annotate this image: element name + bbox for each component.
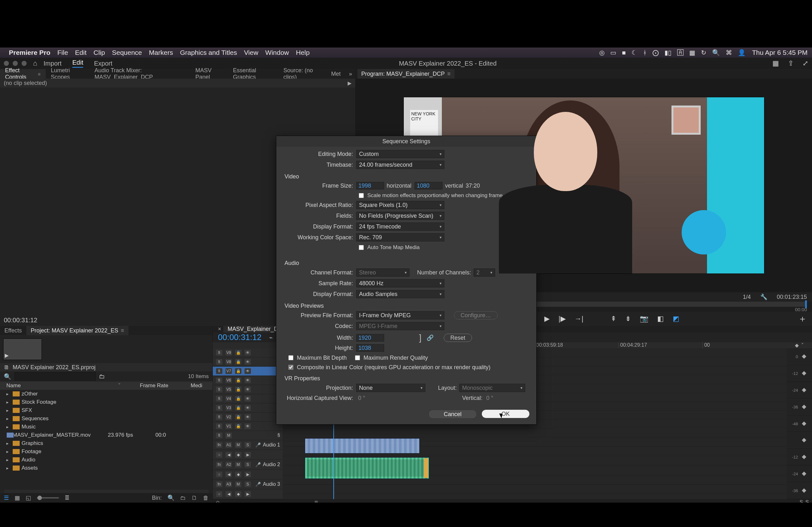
checkbox-max-bit-depth[interactable] [288, 355, 293, 360]
track-eye-btn[interactable]: 👁 [245, 359, 251, 365]
dropdown-color-space[interactable]: Rec. 709▾ [356, 233, 444, 241]
track-fn-btn[interactable]: fn [216, 442, 222, 448]
project-file-row[interactable]: 🗎 MASV Explainer 2022_ES.prproj [0, 363, 213, 372]
tab-essential-graphics[interactable]: Essential Graphics [228, 69, 278, 79]
col-media[interactable]: Medi [191, 382, 213, 389]
audio-track-subheader[interactable]: ○ ◀ ◆ ▶ [213, 450, 282, 460]
audio-track-header[interactable]: fn A2 M S 🎤 Audio 2 [213, 460, 282, 470]
timeline-track-lane[interactable] [282, 428, 787, 437]
menu-edit[interactable]: Edit [75, 49, 87, 56]
effect-controls-clip-selector[interactable]: (no clip selected) ▶ [0, 79, 355, 88]
dropdown-audio-display-format[interactable]: Audio Samples▾ [356, 290, 444, 298]
track-m-btn[interactable]: M [226, 433, 232, 438]
wrench-settings-icon[interactable]: 🔧 [760, 293, 767, 300]
screen-record-icon[interactable]: ■ [622, 49, 626, 56]
new-bin-icon[interactable]: 🗀 [180, 495, 186, 501]
bin-row[interactable]: ▸ Audio [0, 456, 213, 464]
track-s-btn[interactable]: S [245, 481, 251, 487]
twirl-icon[interactable]: ▸ [6, 416, 11, 421]
user-switch-icon[interactable]: 👤 [738, 49, 746, 56]
wifi-icon[interactable]: ⨀ [652, 49, 659, 56]
home-icon[interactable]: ⌂ [33, 59, 37, 67]
video-track-header[interactable]: fi V3 🔒 👁 [213, 403, 282, 412]
track-fn-btn[interactable]: fn [216, 481, 222, 487]
keyframe-diamond-icon[interactable] [802, 388, 806, 392]
project-search-input[interactable] [15, 372, 96, 381]
timeline-clip[interactable] [305, 438, 420, 453]
project-thumbnail[interactable]: ▶ [3, 338, 42, 360]
track-diamond-btn[interactable]: ◆ [235, 471, 241, 477]
audio-track-subheader[interactable]: ○ ◀ ◆ ▶ [213, 470, 282, 480]
track-lock-btn[interactable]: 🔒 [235, 423, 241, 429]
clock-history-icon[interactable]: ↻ [701, 49, 706, 56]
track-fn-btn[interactable]: fn [216, 462, 222, 467]
track-right-btn[interactable]: ▶ [245, 491, 251, 497]
track-s-btn[interactable]: S [245, 462, 251, 467]
mic-icon[interactable]: 🎤 [255, 442, 261, 448]
tab-overflow-icon[interactable]: » [346, 71, 355, 77]
new-item-icon[interactable]: 🗋 [192, 495, 197, 501]
track-toggle-btn[interactable]: fi [216, 423, 222, 429]
twirl-icon[interactable]: ▸ [6, 391, 11, 396]
timeline-playhead-timecode[interactable]: 00:00:31:12 [218, 332, 261, 342]
track-left-btn[interactable]: ◀ [226, 491, 232, 497]
track-eye-btn[interactable]: 👁 [245, 387, 251, 392]
window-controls[interactable] [4, 61, 27, 66]
app-name[interactable]: Premiere Pro [9, 49, 50, 56]
cancel-button[interactable]: Cancel [429, 410, 477, 419]
twirl-icon[interactable]: ▸ [6, 449, 11, 454]
ruler-chevron-icon[interactable]: ˅ [801, 342, 804, 348]
dropdown-sample-rate[interactable]: 48000 Hz▾ [356, 279, 444, 287]
menu-graphics-titles[interactable]: Graphics and Titles [180, 49, 237, 56]
track-index-btn[interactable]: A1 [226, 442, 232, 448]
dropdown-par[interactable]: Square Pixels (1.0)▾ [356, 201, 444, 209]
sort-chevron-icon[interactable]: ˅ [118, 382, 121, 389]
mic-icon[interactable]: 🎤 [255, 462, 261, 467]
track-toggle-btn[interactable]: fi [216, 405, 222, 411]
bin-row[interactable]: ▸ zOther [0, 390, 213, 398]
track-left-btn[interactable]: ◀ [226, 471, 232, 477]
close-tab-icon[interactable]: ≡ [38, 71, 41, 77]
track-o-btn[interactable]: ○ [216, 452, 222, 457]
audio-track-header[interactable]: fn A3 M S 🎤 Audio 3 [213, 480, 282, 489]
track-toggle-btn[interactable]: fi [216, 359, 222, 365]
workspace-icon[interactable]: ▦ [772, 59, 779, 67]
keyframe-diamond-icon[interactable] [802, 421, 806, 426]
menubar-clock[interactable]: Thu Apr 6 5:45 PM [752, 49, 808, 56]
track-toggle-btn[interactable]: fi [216, 350, 222, 356]
tab-met-truncated[interactable]: Met [326, 69, 346, 79]
close-tab-icon[interactable]: ≡ [447, 71, 451, 77]
mode-import[interactable]: Import [43, 60, 61, 67]
battery-icon[interactable]: ▮▯ [665, 49, 671, 56]
menu-markers[interactable]: Markers [149, 49, 173, 56]
keyframe-diamond-icon[interactable] [802, 488, 806, 493]
track-eye-btn[interactable]: 👁 [245, 414, 251, 420]
spotlight-search-icon[interactable]: 🔍 [712, 49, 720, 56]
bin-row[interactable]: ▸ SFX [0, 406, 213, 415]
program-timecode[interactable]: 00:01:23:15 [777, 294, 807, 300]
step-fwd-icon[interactable]: |▶ [559, 315, 566, 323]
dropdown-projection[interactable]: None▾ [356, 384, 425, 392]
video-track-header[interactable]: fi V8 🔒 👁 [213, 358, 282, 367]
input-frame-height[interactable]: 1080 [415, 182, 443, 190]
tab-project[interactable]: Project: MASV Explainer 2022_ES≡ [26, 326, 129, 335]
track-lock-btn[interactable]: 🔒 [235, 368, 241, 374]
track-eye-btn[interactable]: 👁 [245, 405, 251, 411]
checkbox-composite-linear[interactable] [288, 365, 293, 370]
col-name[interactable]: Name [0, 382, 120, 389]
twirl-icon[interactable]: ▸ [6, 466, 11, 471]
mic-icon[interactable]: 🎤 [255, 482, 261, 487]
track-m-btn[interactable]: M [235, 442, 241, 448]
track-right-btn[interactable]: ▶ [245, 471, 251, 477]
snap-icon[interactable]: ⌁ [269, 334, 273, 341]
track-m-btn[interactable]: M [235, 462, 241, 467]
track-eye-btn[interactable]: 👁 [245, 396, 251, 402]
menu-file[interactable]: File [57, 49, 68, 56]
freeform-icon[interactable]: ◱ [26, 494, 31, 501]
input-frame-width[interactable]: 1998 [356, 182, 384, 190]
checkbox-scale-motion[interactable] [359, 193, 364, 198]
bluetooth-icon[interactable]: ᚼ [643, 49, 647, 56]
track-eye-btn[interactable]: 👁 [245, 368, 251, 374]
track-diamond-btn[interactable]: ◆ [235, 452, 241, 457]
bin-row[interactable]: ▸ Music [0, 423, 213, 431]
